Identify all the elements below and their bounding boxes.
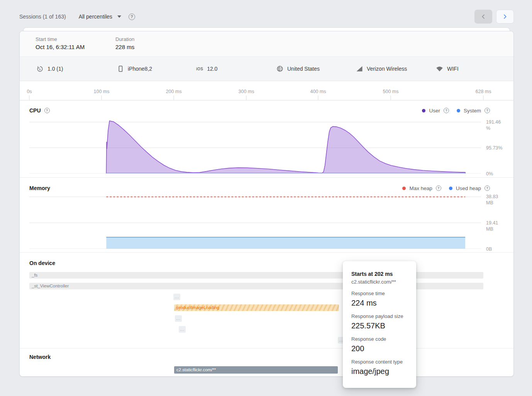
toolbar: Sessions (1 of 163) All percentiles: [19, 10, 514, 24]
request-tooltip: Starts at 202 ms c2.staticflickr.com/** …: [343, 261, 416, 388]
tooltip-field-label: Response content type: [351, 359, 408, 365]
timeline-tick: 0s: [27, 89, 32, 100]
legend-item-used-heap: Used heap: [449, 185, 490, 191]
timeline-tick: 300 ms: [239, 89, 254, 100]
tooltip-url: c2.staticflickr.com/**: [351, 279, 408, 285]
carrier-item: Verizon Wireless: [356, 57, 407, 81]
tooltip-field-value: image/jpeg: [351, 367, 408, 376]
on-device-section-title: On device: [29, 260, 55, 266]
signal-icon: [356, 65, 363, 72]
timeline-tick: 400 ms: [310, 89, 326, 100]
network-section-title: Network: [29, 354, 51, 360]
memory-ytick: 19.41 MB: [486, 220, 504, 232]
globe-icon: [276, 65, 283, 72]
svg-text:v: v: [39, 68, 41, 71]
phone-icon: [117, 65, 124, 73]
os-icon: iOS: [196, 67, 203, 71]
session-summary-header: Start time Oct 16, 6:32:11 AM Duration 2…: [20, 31, 513, 57]
os-version-value: 12.0: [207, 66, 217, 72]
tooltip-field-value: 224 ms: [351, 299, 408, 308]
timeline-tick: 628 ms: [476, 89, 491, 100]
device-model-item: iPhone8,2: [117, 57, 152, 81]
start-time-value: Oct 16, 6:32:11 AM: [36, 44, 115, 50]
timeline-tick: 100 ms: [94, 89, 110, 100]
cpu-section: CPU User System 191.46 % 95.73% 0%: [20, 100, 513, 177]
used-heap-help-icon[interactable]: [485, 185, 490, 191]
timeline-axis: 0s 100 ms 200 ms 300 ms 400 ms 500 ms 62…: [20, 81, 513, 100]
prev-session-button: [474, 10, 492, 24]
network-type-value: WIFI: [447, 66, 459, 72]
collapsed-trace-chip[interactable]: ...: [175, 315, 182, 322]
system-legend-dot: [457, 109, 460, 112]
on-device-section: On device: [20, 252, 513, 348]
max-heap-help-icon[interactable]: [436, 185, 441, 191]
os-item: iOS 12.0: [196, 57, 217, 81]
country-item: United States: [276, 57, 320, 81]
percentiles-dropdown-label: All percentiles: [79, 14, 112, 20]
max-heap-legend-dot: [402, 187, 406, 190]
cpu-ytick: 95.73%: [486, 145, 504, 151]
network-type-item: WIFI: [436, 57, 459, 81]
tooltip-field-value: 225.57KB: [351, 321, 408, 330]
timeline-tick: 200 ms: [166, 89, 182, 100]
sessions-help-icon[interactable]: [129, 14, 135, 20]
memory-section: Memory Max heap Used heap 38.83 MB 19.41…: [20, 177, 513, 253]
chevron-left-icon: [480, 14, 486, 20]
device-info-row: v 1.0 (1) iPhone8,2 iOS 12.0 United Stat…: [20, 57, 513, 81]
legend-item-system: System: [457, 108, 490, 114]
chevron-down-icon: [117, 15, 121, 18]
user-help-icon[interactable]: [444, 108, 449, 113]
app-version-value: 1.0 (1): [47, 66, 63, 72]
cpu-legend: User System: [422, 108, 490, 114]
timeline-tick: 500 ms: [383, 89, 399, 100]
chevron-right-icon: [502, 14, 508, 20]
country-value: United States: [287, 66, 320, 72]
tooltip-field-label: Response payload size: [351, 313, 408, 319]
collapsed-trace-chip[interactable]: ...: [179, 326, 186, 333]
start-time-block: Start time Oct 16, 6:32:11 AM: [36, 36, 115, 56]
next-session-button[interactable]: [496, 10, 514, 24]
carrier-value: Verizon Wireless: [367, 66, 407, 72]
tooltip-field-value: 200: [351, 344, 408, 353]
session-card: Start time Oct 16, 6:32:11 AM Duration 2…: [19, 31, 514, 377]
duration-label: Duration: [115, 36, 195, 42]
duration-value: 228 ms: [115, 44, 195, 50]
memory-ytick: 38.83 MB: [486, 194, 504, 206]
cpu-section-title: CPU: [29, 107, 50, 114]
cpu-ytick: 191.46 %: [486, 119, 504, 131]
cpu-chart[interactable]: [29, 116, 481, 173]
percentiles-dropdown[interactable]: All percentiles: [79, 14, 121, 20]
memory-section-title: Memory: [29, 185, 50, 191]
legend-item-user: User: [422, 108, 449, 114]
tooltip-field-label: Response code: [351, 336, 408, 342]
system-help-icon[interactable]: [485, 108, 490, 113]
app-version-icon: v: [36, 65, 44, 73]
cpu-help-icon[interactable]: [44, 108, 50, 113]
user-legend-dot: [422, 109, 425, 112]
duration-block: Duration 228 ms: [115, 36, 195, 56]
app-version-item: v 1.0 (1): [36, 57, 63, 81]
legend-item-max-heap: Max heap: [402, 185, 441, 191]
sessions-count-label: Sessions (1 of 163): [19, 14, 66, 20]
session-nav: [474, 10, 514, 24]
tooltip-field-label: Response time: [351, 291, 408, 296]
memory-ytick: 0B: [486, 246, 504, 252]
device-model-value: iPhone8,2: [128, 66, 152, 72]
cpu-ytick: 0%: [486, 171, 504, 177]
start-time-label: Start time: [36, 36, 115, 42]
memory-legend: Max heap Used heap: [402, 185, 490, 191]
tooltip-title: Starts at 202 ms: [351, 271, 408, 277]
memory-chart[interactable]: [29, 194, 481, 249]
used-heap-legend-dot: [449, 187, 452, 190]
network-request-bar[interactable]: c2.staticflickr.com/**: [174, 366, 338, 374]
trace-bar[interactable]: productImageLoading: [174, 304, 339, 311]
wifi-icon: [436, 66, 443, 72]
collapsed-trace-chip[interactable]: ...: [173, 294, 180, 300]
